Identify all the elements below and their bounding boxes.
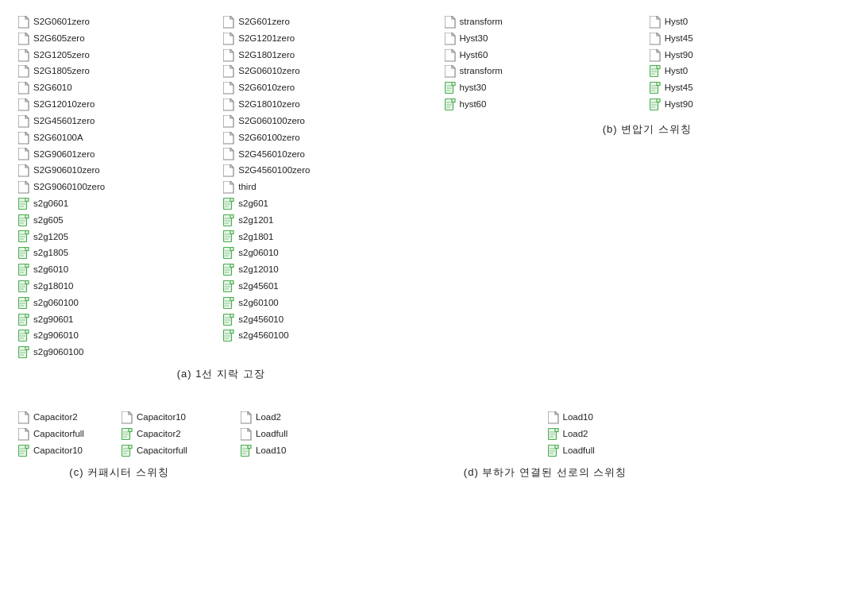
list-item: S2G605zero <box>16 31 221 47</box>
svg-rect-174 <box>555 428 558 431</box>
doc-green-icon <box>17 264 30 276</box>
doc-icon <box>649 49 662 62</box>
file-name: s2g1805 <box>33 246 68 260</box>
file-name: S2G6010zero <box>238 81 295 95</box>
svg-rect-26 <box>25 198 29 201</box>
file-name: s2g6010 <box>33 263 68 277</box>
file-name: Capacitorfull <box>137 444 187 458</box>
svg-marker-1 <box>223 16 233 28</box>
doc-icon <box>240 428 253 441</box>
list-item: S2G90601zero <box>16 147 221 163</box>
list-item: S2G1205zero <box>16 48 221 64</box>
svg-rect-179 <box>248 445 251 448</box>
doc-icon <box>444 16 457 29</box>
file-name: stransform <box>460 64 503 79</box>
svg-rect-143 <box>452 98 455 102</box>
list-item: S2G1805zero <box>16 64 221 79</box>
file-name: s2g18010 <box>33 280 74 294</box>
file-name: Hyst45 <box>665 81 693 95</box>
list-item: s2g6010 <box>16 262 221 278</box>
file-name: Load2 <box>563 427 588 442</box>
svg-marker-11 <box>223 98 233 110</box>
list-item: S2G1801zero <box>221 48 426 64</box>
file-name: third <box>238 180 256 195</box>
svg-marker-21 <box>223 181 233 193</box>
doc-icon <box>17 16 30 29</box>
svg-rect-128 <box>657 66 660 69</box>
top-row: S2G0601zero S2G601zero S2G605zero S2G120… <box>8 8 860 388</box>
list-item: s2g060100 <box>16 295 221 311</box>
svg-marker-119 <box>445 33 455 44</box>
svg-rect-76 <box>25 280 29 284</box>
file-name: Hyst30 <box>460 32 488 46</box>
svg-marker-17 <box>223 148 233 160</box>
svg-marker-19 <box>223 164 233 176</box>
doc-green-icon <box>17 330 30 342</box>
doc-green-icon <box>17 214 30 227</box>
list-item: hyst30 <box>442 80 647 96</box>
svg-rect-138 <box>657 83 660 86</box>
file-name: s2g605 <box>33 214 64 228</box>
file-name: S2G60100zero <box>238 131 299 145</box>
file-name: Hyst0 <box>665 64 688 79</box>
doc-icon <box>222 181 235 194</box>
svg-rect-106 <box>25 330 29 334</box>
file-name: S2G45601zero <box>33 114 95 129</box>
doc-icon <box>444 33 457 45</box>
list-item: hyst60 <box>442 97 647 113</box>
list-item: S2G9060100zero <box>16 179 221 195</box>
svg-marker-14 <box>18 132 29 144</box>
file-name: Hyst0 <box>665 15 688 29</box>
list-item: Capacitorfull <box>16 426 119 442</box>
file-name: S2G0601zero <box>33 15 90 29</box>
file-name: s2g45601 <box>238 280 279 294</box>
file-name: Capacitorfull <box>33 427 84 442</box>
list-item: Hyst60 <box>442 48 647 64</box>
svg-marker-149 <box>18 411 29 423</box>
doc-icon <box>222 33 235 45</box>
doc-icon <box>222 98 235 111</box>
list-item: S2G0601zero <box>16 14 221 30</box>
file-name: S2G18010zero <box>238 98 299 112</box>
svg-marker-12 <box>18 115 29 127</box>
file-name: S2G12010zero <box>33 98 95 112</box>
doc-icon <box>222 132 235 145</box>
list-item: s2g906010 <box>16 328 221 344</box>
doc-icon <box>444 49 457 62</box>
file-name: s2g1205 <box>33 230 68 245</box>
file-name: S2G1201zero <box>238 32 295 46</box>
svg-marker-9 <box>223 82 233 94</box>
list-item: s2g12010 <box>221 262 426 278</box>
doc-icon <box>222 82 235 95</box>
doc-icon <box>17 411 30 424</box>
doc-icon <box>649 16 662 29</box>
doc-green-icon <box>649 65 662 78</box>
svg-rect-81 <box>230 280 233 284</box>
svg-marker-117 <box>445 16 455 28</box>
file-name: hyst60 <box>460 98 487 112</box>
section-c-grid: Capacitor2 Capacitor10 Capacitorfull Cap… <box>16 410 222 458</box>
list-item: s2g456010 <box>221 312 426 328</box>
file-name: S2G601zero <box>238 15 290 29</box>
list-item: Hyst0 <box>647 64 852 79</box>
doc-icon <box>17 49 30 62</box>
file-name: S2G06010zero <box>238 64 299 79</box>
file-name: Hyst90 <box>665 98 693 112</box>
list-item: s2g4560100 <box>221 328 426 344</box>
section-b: stransform Hyst0 Hyst30 Hyst45 Hyst60 Hy… <box>434 8 861 388</box>
doc-green-icon <box>17 314 30 326</box>
file-name: S2G605zero <box>33 32 85 46</box>
doc-green-icon <box>222 214 235 227</box>
doc-green-icon <box>222 314 235 326</box>
doc-green-icon <box>222 297 235 310</box>
file-name: Hyst45 <box>665 32 693 46</box>
svg-marker-7 <box>223 65 233 77</box>
svg-rect-184 <box>555 445 558 448</box>
svg-rect-166 <box>129 445 132 448</box>
list-item: stransform <box>442 64 647 79</box>
section-c: Capacitor2 Capacitor10 Capacitorfull Cap… <box>8 403 230 485</box>
doc-green-icon <box>222 330 235 342</box>
file-name: S2G456010zero <box>238 148 305 162</box>
list-item: S2G060100zero <box>221 114 426 129</box>
doc-green-icon <box>444 98 457 111</box>
